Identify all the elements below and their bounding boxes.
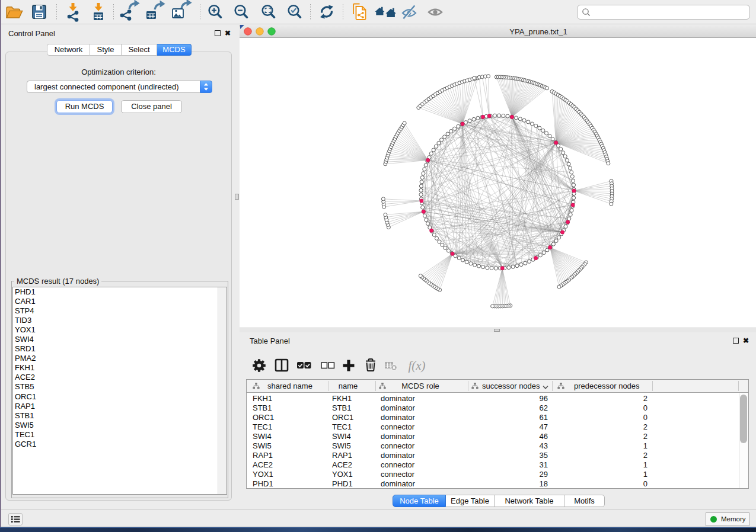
svg-text:f(x): f(x)	[408, 358, 425, 373]
